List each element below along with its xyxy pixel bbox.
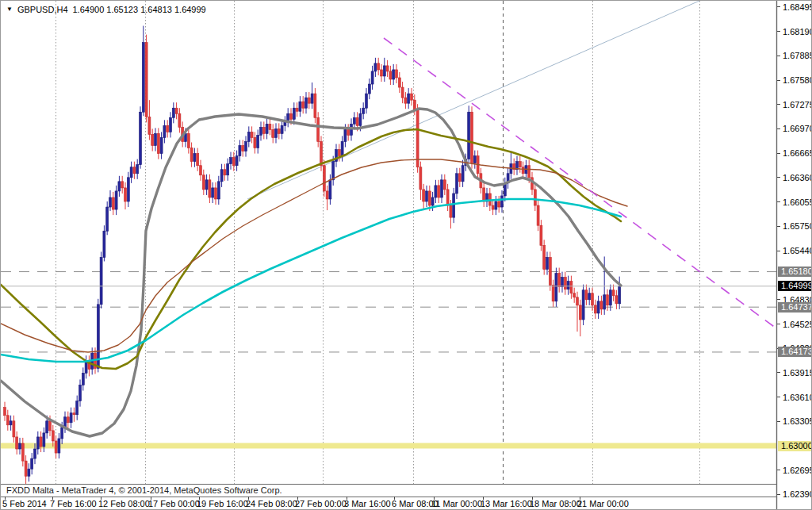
y-axis-tick bbox=[777, 104, 780, 105]
candle-body bbox=[227, 164, 229, 175]
candle-body bbox=[242, 146, 244, 151]
candle-body bbox=[4, 408, 6, 416]
candle-body bbox=[160, 137, 163, 153]
candle-body bbox=[501, 196, 504, 207]
candle-body bbox=[607, 295, 609, 305]
y-axis-tick bbox=[777, 251, 780, 251]
candle-body bbox=[483, 188, 485, 201]
candle-body bbox=[100, 257, 102, 304]
y-axis-label: 1.67885 bbox=[783, 51, 812, 60]
candle-body bbox=[197, 154, 199, 166]
y-axis-label: 1.62390 bbox=[783, 489, 812, 499]
price-band-yellow-band bbox=[1, 443, 776, 449]
y-axis-tick bbox=[777, 421, 780, 422]
y-axis-label: 1.64525 bbox=[783, 320, 812, 329]
x-axis-label: 7 Feb 16:00 bbox=[50, 499, 97, 508]
candle-body bbox=[230, 158, 232, 164]
y-axis-label: 1.62695 bbox=[783, 466, 812, 475]
candle-body bbox=[546, 257, 549, 269]
candle-body bbox=[320, 142, 323, 166]
x-axis-label: 11 Mar 00:00 bbox=[431, 499, 482, 508]
candle-body bbox=[262, 127, 265, 133]
candle-body bbox=[299, 102, 301, 111]
candle-body bbox=[79, 385, 82, 401]
candle-body bbox=[31, 458, 33, 469]
chart-canvas[interactable] bbox=[1, 1, 812, 510]
candle-body bbox=[19, 443, 21, 449]
y-axis-tick bbox=[777, 153, 780, 154]
candle-body bbox=[155, 133, 157, 145]
candle-body bbox=[103, 231, 105, 257]
candle-body bbox=[217, 182, 220, 199]
candle-body bbox=[121, 182, 124, 188]
candle-body bbox=[377, 63, 380, 70]
candle-body bbox=[612, 290, 615, 296]
candle-body bbox=[281, 125, 283, 133]
candle-body bbox=[573, 293, 576, 297]
candle-body bbox=[247, 132, 250, 141]
candle-body bbox=[133, 167, 136, 174]
candle-body bbox=[251, 132, 253, 137]
candle-body bbox=[178, 113, 181, 127]
candle-body bbox=[167, 125, 169, 132]
y-axis-tick bbox=[777, 6, 780, 7]
candle-body bbox=[347, 129, 350, 135]
candle-body bbox=[193, 154, 196, 162]
candle-body bbox=[528, 166, 530, 178]
candle-body bbox=[209, 180, 211, 197]
y-axis-tick bbox=[777, 372, 780, 373]
x-axis-label: 5 Feb 2014 bbox=[2, 499, 47, 508]
candle-body bbox=[305, 98, 308, 108]
candle-body bbox=[576, 297, 579, 305]
candle-body bbox=[552, 286, 554, 301]
y-axis-tick bbox=[777, 226, 780, 227]
candle-body bbox=[46, 421, 48, 433]
candle-body bbox=[522, 167, 524, 174]
candle-body bbox=[600, 301, 603, 309]
symbol-period-label: GBPUSD,H4 bbox=[17, 5, 68, 14]
candle-body bbox=[619, 286, 621, 304]
x-axis-label: 3 Mar 16:00 bbox=[344, 499, 391, 508]
candle-body bbox=[293, 108, 295, 119]
candle-body bbox=[163, 125, 166, 137]
y-axis-tick bbox=[777, 80, 780, 81]
candle-body bbox=[408, 94, 410, 103]
candle-body bbox=[190, 148, 193, 162]
candle-body bbox=[224, 170, 226, 175]
candle-body bbox=[13, 421, 15, 437]
candle-body bbox=[290, 113, 293, 119]
candle-body bbox=[416, 109, 419, 167]
y-axis-tick bbox=[777, 201, 780, 202]
chart-dropdown-icon[interactable]: ▼ bbox=[6, 6, 13, 13]
candle-body bbox=[368, 84, 370, 94]
x-axis-label: 27 Feb 00:00 bbox=[295, 499, 347, 508]
candle-body bbox=[344, 129, 347, 141]
candle-body bbox=[579, 305, 581, 320]
candle-body bbox=[67, 417, 69, 423]
candle-body bbox=[495, 201, 497, 209]
candle-body bbox=[473, 156, 476, 163]
candle-body bbox=[34, 449, 36, 458]
candle-body bbox=[52, 431, 54, 441]
candle-body bbox=[106, 207, 109, 231]
candle-body bbox=[359, 113, 362, 125]
candle-body bbox=[257, 135, 259, 148]
x-axis-label: 17 Feb 00:00 bbox=[148, 499, 200, 508]
candle-body bbox=[236, 156, 238, 166]
candle-body bbox=[338, 150, 340, 156]
candle-body bbox=[443, 180, 446, 190]
candle-body bbox=[413, 100, 416, 109]
price-badge-1.64173: 1.64173 bbox=[778, 347, 812, 357]
candle-body bbox=[567, 282, 569, 290]
candle-body bbox=[142, 43, 144, 113]
candle-body bbox=[540, 225, 542, 245]
candle-body bbox=[615, 296, 618, 304]
y-axis-tick bbox=[777, 177, 780, 178]
candle-body bbox=[438, 186, 440, 197]
candle-body bbox=[82, 373, 84, 385]
candle-body bbox=[374, 63, 377, 71]
ma-olive bbox=[1, 129, 621, 369]
candle-body bbox=[323, 166, 325, 191]
x-axis-label: 13 Mar 16:00 bbox=[481, 499, 532, 508]
candle-body bbox=[314, 94, 316, 117]
